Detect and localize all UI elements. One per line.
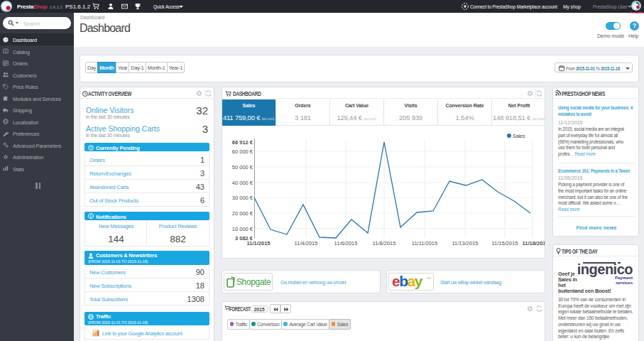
svg-text:11/15/2015: 11/15/2015 — [492, 240, 518, 247]
svg-text:40 000 €: 40 000 € — [232, 180, 253, 186]
svg-text:30 000 €: 30 000 € — [232, 195, 253, 201]
svg-text:11/13/2015: 11/13/2015 — [452, 240, 479, 247]
svg-text:11/6/2015: 11/6/2015 — [334, 240, 358, 247]
svg-text:11/11/2015: 11/11/2015 — [412, 240, 437, 247]
svg-text:50 000 €: 50 000 € — [232, 164, 253, 170]
svg-text:66 912 €: 66 912 € — [232, 139, 253, 146]
svg-text:10 000 €: 10 000 € — [232, 226, 253, 232]
svg-text:11/1/2015: 11/1/2015 — [247, 240, 271, 247]
svg-text:11/8/2015: 11/8/2015 — [373, 240, 396, 247]
svg-text:20 000 €: 20 000 € — [232, 210, 253, 217]
svg-text:Sales: Sales — [513, 134, 525, 139]
svg-text:11/18/201: 11/18/201 — [523, 240, 545, 247]
svg-text:11/4/2015: 11/4/2015 — [295, 240, 318, 247]
svg-text:60 000 €: 60 000 € — [232, 148, 253, 155]
